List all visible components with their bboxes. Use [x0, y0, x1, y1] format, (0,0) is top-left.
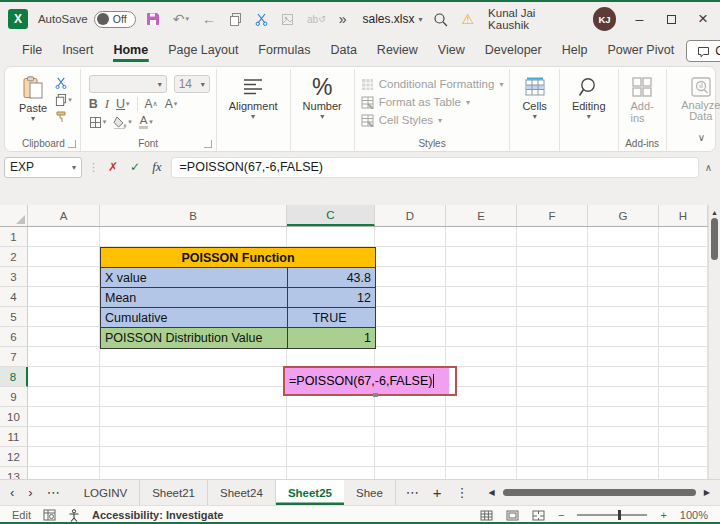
cell-B10[interactable] [100, 407, 287, 427]
row-header-6[interactable]: 6 [0, 327, 28, 347]
cell-D7[interactable] [375, 347, 446, 367]
font-name-select[interactable]: ▾ [89, 75, 167, 93]
cell-E12[interactable] [446, 447, 517, 467]
menu-tab-file[interactable]: File [12, 38, 52, 64]
table-value[interactable]: 12 [288, 288, 375, 307]
cell-A11[interactable] [28, 427, 100, 447]
cell-G7[interactable] [588, 347, 659, 367]
row-header-12[interactable]: 12 [0, 447, 28, 467]
menu-tab-home[interactable]: Home [103, 38, 158, 64]
new-sheet-icon[interactable]: + [433, 484, 442, 501]
table-label[interactable]: POISSON Distribution Value [101, 328, 288, 348]
cell-F1[interactable] [517, 227, 588, 247]
expand-formula-bar-icon[interactable]: ∧ [705, 162, 716, 173]
cell-E13[interactable] [446, 467, 517, 479]
cell-E6[interactable] [446, 327, 517, 347]
shrink-font-button[interactable]: A▾ [165, 97, 178, 111]
row-header-11[interactable]: 11 [0, 427, 28, 447]
cut-icon[interactable] [255, 13, 268, 26]
cut-button[interactable] [55, 77, 72, 89]
cell-E11[interactable] [446, 427, 517, 447]
cell-D2[interactable] [375, 247, 446, 267]
cell-D1[interactable] [375, 227, 446, 247]
scroll-up-icon[interactable]: ▲ [711, 205, 718, 218]
scroll-right-icon[interactable]: ▶ [704, 488, 710, 497]
italic-button[interactable]: I [105, 96, 109, 112]
format-painter-button[interactable] [55, 111, 72, 123]
cell-F5[interactable] [517, 307, 588, 327]
row-header-1[interactable]: 1 [0, 227, 28, 247]
prev-sheet-icon[interactable]: ‹ [10, 485, 14, 500]
row-header-13[interactable]: 13 [0, 467, 28, 479]
autosave-toggle[interactable]: Off [94, 11, 136, 28]
table-label[interactable]: X value [101, 268, 288, 287]
vertical-scroll-thumb[interactable] [711, 218, 718, 260]
cell-A6[interactable] [28, 327, 100, 347]
cell-H8[interactable] [659, 367, 708, 387]
font-color-button[interactable]: A ▾ [139, 115, 153, 129]
cell-G2[interactable] [588, 247, 659, 267]
row-header-10[interactable]: 10 [0, 407, 28, 427]
cell-C10[interactable] [287, 407, 375, 427]
back-icon[interactable]: ← [202, 11, 216, 27]
cell-F8[interactable] [517, 367, 588, 387]
document-title[interactable]: sales.xlsx▾ [362, 12, 422, 26]
cell-H2[interactable] [659, 247, 708, 267]
menu-tab-developer[interactable]: Developer [475, 38, 552, 64]
cell-D3[interactable] [375, 267, 446, 287]
editing-button[interactable]: Editing ▾ [566, 73, 612, 136]
number-button[interactable]: % Number ▾ [297, 73, 348, 136]
menu-tab-data[interactable]: Data [320, 38, 366, 64]
grow-font-button[interactable]: A∧ [145, 97, 158, 111]
cell-C13[interactable] [287, 467, 375, 479]
menu-tab-page-layout[interactable]: Page Layout [158, 38, 248, 64]
cell-H3[interactable] [659, 267, 708, 287]
close-button[interactable]: × [694, 9, 712, 29]
collapse-ribbon-icon[interactable]: ∨ [698, 132, 705, 143]
autosave-control[interactable]: AutoSave Off [38, 11, 136, 28]
column-header-C[interactable]: C [287, 205, 375, 226]
cell-E5[interactable] [446, 307, 517, 327]
table-title[interactable]: POISSON Function [101, 248, 375, 268]
cell-E2[interactable] [446, 247, 517, 267]
zoom-slider-thumb[interactable] [618, 510, 621, 520]
cell-G6[interactable] [588, 327, 659, 347]
user-name[interactable]: Kunal Jai Kaushik [488, 7, 579, 31]
cell-C1[interactable] [287, 227, 375, 247]
zoom-level[interactable]: 100% [680, 509, 708, 521]
cell-H7[interactable] [659, 347, 708, 367]
cell-E1[interactable] [446, 227, 517, 247]
horizontal-scrollbar[interactable]: ◀ ▶ [479, 480, 720, 505]
cell-G8[interactable] [588, 367, 659, 387]
cell-G9[interactable] [588, 387, 659, 407]
insert-function-icon[interactable]: fx [149, 159, 164, 175]
row-header-4[interactable]: 4 [0, 287, 28, 307]
cell-B9[interactable] [100, 387, 287, 407]
borders-button[interactable]: ▾ [89, 116, 107, 129]
table-label[interactable]: Cumulative [101, 308, 288, 327]
normal-view-icon[interactable] [480, 510, 493, 521]
cell-H4[interactable] [659, 287, 708, 307]
cell-B8[interactable] [100, 367, 287, 387]
comments-button[interactable]: Comments [686, 40, 720, 62]
save-icon[interactable] [146, 12, 160, 26]
horizontal-scroll-thumb[interactable] [503, 489, 696, 496]
font-dialog-launcher-icon[interactable] [204, 140, 212, 148]
column-header-B[interactable]: B [100, 205, 287, 226]
cell-B11[interactable] [100, 427, 287, 447]
row-header-8[interactable]: 8 [0, 367, 28, 387]
alignment-button[interactable]: Alignment ▾ [223, 73, 284, 136]
column-header-F[interactable]: F [517, 205, 588, 226]
cell-A7[interactable] [28, 347, 100, 367]
cell-H5[interactable] [659, 307, 708, 327]
sheet-tab-loginv[interactable]: LOGINV [72, 480, 140, 505]
menu-tab-review[interactable]: Review [367, 38, 428, 64]
cell-D13[interactable] [375, 467, 446, 479]
sheet-options-icon[interactable]: ⋮ [456, 485, 469, 500]
cell-H9[interactable] [659, 387, 708, 407]
more-sheets-icon[interactable]: ⋯ [406, 485, 419, 500]
cell-A8[interactable] [28, 367, 100, 387]
cell-H11[interactable] [659, 427, 708, 447]
more-commands-icon[interactable]: » [339, 11, 347, 27]
cell-C12[interactable] [287, 447, 375, 467]
